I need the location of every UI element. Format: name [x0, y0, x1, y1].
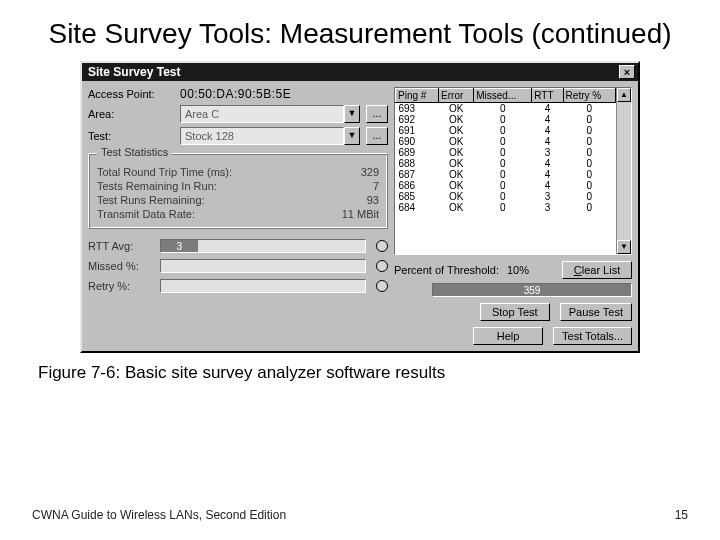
scroll-down-icon[interactable]: ▼	[617, 240, 631, 254]
table-cell: 0	[563, 114, 615, 125]
run-progress-bar: 359	[432, 283, 632, 297]
col-ping[interactable]: Ping #	[396, 89, 439, 103]
table-cell: 0	[563, 125, 615, 136]
stat-row: Tests Remaining In Run: 7	[97, 180, 379, 192]
scroll-up-icon[interactable]: ▲	[617, 88, 631, 102]
area-dropdown[interactable]: Area C	[180, 105, 344, 123]
table-cell: OK	[439, 103, 474, 115]
stat-value: 329	[361, 166, 379, 178]
chevron-down-icon[interactable]: ▼	[344, 105, 360, 123]
pause-test-button[interactable]: Pause Test	[560, 303, 632, 321]
retry-led-icon	[376, 280, 388, 292]
table-cell: 693	[396, 103, 439, 115]
table-row[interactable]: 693OK040	[396, 103, 616, 115]
vertical-scrollbar[interactable]: ▲ ▼	[616, 88, 631, 254]
table-cell: 4	[532, 114, 563, 125]
rtt-avg-bar: 3	[160, 239, 366, 253]
threshold-label: Percent of Threshold:	[394, 264, 499, 276]
table-cell: OK	[439, 169, 474, 180]
stat-label: Test Runs Remaining:	[97, 194, 205, 206]
test-statistics-group: Test Statistics Total Round Trip Time (m…	[88, 153, 388, 229]
group-legend: Test Statistics	[97, 146, 172, 158]
table-cell: 0	[474, 191, 532, 202]
table-cell: 0	[474, 180, 532, 191]
table-row[interactable]: 689OK030	[396, 147, 616, 158]
table-row[interactable]: 691OK040	[396, 125, 616, 136]
missed-led-icon	[376, 260, 388, 272]
footer-source: CWNA Guide to Wireless LANs, Second Edit…	[32, 508, 286, 522]
table-cell: 3	[532, 191, 563, 202]
table-cell: 0	[563, 169, 615, 180]
table-row[interactable]: 688OK040	[396, 158, 616, 169]
table-row[interactable]: 687OK040	[396, 169, 616, 180]
stat-row: Transmit Data Rate: 11 MBit	[97, 208, 379, 220]
stat-label: Tests Remaining In Run:	[97, 180, 217, 192]
table-cell: 691	[396, 125, 439, 136]
table-cell: OK	[439, 158, 474, 169]
slide-title: Site Survey Tools: Measurement Tools (co…	[32, 16, 688, 51]
table-cell: 4	[532, 158, 563, 169]
stop-test-button[interactable]: Stop Test	[480, 303, 550, 321]
figure-caption: Figure 7-6: Basic site survey analyzer s…	[38, 363, 688, 383]
table-cell: 689	[396, 147, 439, 158]
table-cell: 0	[563, 191, 615, 202]
rtt-led-icon	[376, 240, 388, 252]
test-label: Test:	[88, 130, 180, 142]
area-more-button[interactable]: ...	[366, 105, 388, 123]
access-point-label: Access Point:	[88, 88, 180, 100]
missed-pct-bar	[160, 259, 366, 273]
test-dropdown[interactable]: Stock 128	[180, 127, 344, 145]
table-cell: OK	[439, 114, 474, 125]
table-cell: OK	[439, 202, 474, 213]
stat-row: Test Runs Remaining: 93	[97, 194, 379, 206]
col-retry[interactable]: Retry %	[563, 89, 615, 103]
table-cell: 686	[396, 180, 439, 191]
table-cell: 4	[532, 103, 563, 115]
missed-pct-label: Missed %:	[88, 260, 160, 272]
table-cell: 4	[532, 125, 563, 136]
table-cell: 690	[396, 136, 439, 147]
stat-row: Total Round Trip Time (ms): 329	[97, 166, 379, 178]
table-cell: 0	[563, 147, 615, 158]
table-cell: 0	[563, 180, 615, 191]
table-row[interactable]: 686OK040	[396, 180, 616, 191]
table-row[interactable]: 690OK040	[396, 136, 616, 147]
table-cell: 685	[396, 191, 439, 202]
slide-number: 15	[675, 508, 688, 522]
table-row[interactable]: 685OK030	[396, 191, 616, 202]
stat-value: 93	[367, 194, 379, 206]
table-row[interactable]: 684OK030	[396, 202, 616, 213]
test-totals-button[interactable]: Test Totals...	[553, 327, 632, 345]
threshold-value: 10%	[507, 264, 529, 276]
col-error[interactable]: Error	[439, 89, 474, 103]
window-title: Site Survey Test	[88, 65, 180, 79]
close-button[interactable]: ×	[619, 65, 635, 79]
table-cell: 0	[474, 114, 532, 125]
titlebar[interactable]: Site Survey Test ×	[82, 63, 638, 81]
results-grid[interactable]: Ping # Error Missed... RTT Retry % 693OK…	[394, 87, 632, 255]
help-button[interactable]: Help	[473, 327, 543, 345]
table-cell: 0	[474, 125, 532, 136]
table-cell: OK	[439, 180, 474, 191]
table-cell: 0	[563, 103, 615, 115]
table-cell: 4	[532, 169, 563, 180]
table-row[interactable]: 692OK040	[396, 114, 616, 125]
table-cell: 0	[474, 169, 532, 180]
test-more-button[interactable]: ...	[366, 127, 388, 145]
table-cell: 0	[474, 147, 532, 158]
stat-label: Total Round Trip Time (ms):	[97, 166, 232, 178]
table-cell: 3	[532, 202, 563, 213]
table-cell: OK	[439, 136, 474, 147]
table-cell: 0	[474, 158, 532, 169]
chevron-down-icon[interactable]: ▼	[344, 127, 360, 145]
grid-header-row: Ping # Error Missed... RTT Retry %	[396, 89, 616, 103]
table-cell: 0	[563, 158, 615, 169]
table-cell: OK	[439, 147, 474, 158]
table-cell: 0	[474, 136, 532, 147]
col-rtt[interactable]: RTT	[532, 89, 563, 103]
table-cell: 688	[396, 158, 439, 169]
table-cell: 0	[563, 202, 615, 213]
col-missed[interactable]: Missed...	[474, 89, 532, 103]
clear-list-button[interactable]: Clear List	[562, 261, 632, 279]
table-cell: 3	[532, 147, 563, 158]
